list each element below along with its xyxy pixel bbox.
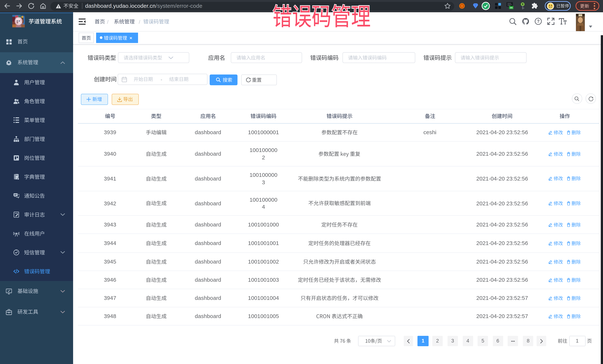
svg-text:on: on [510,6,512,9]
svg-text:?: ? [537,19,540,24]
